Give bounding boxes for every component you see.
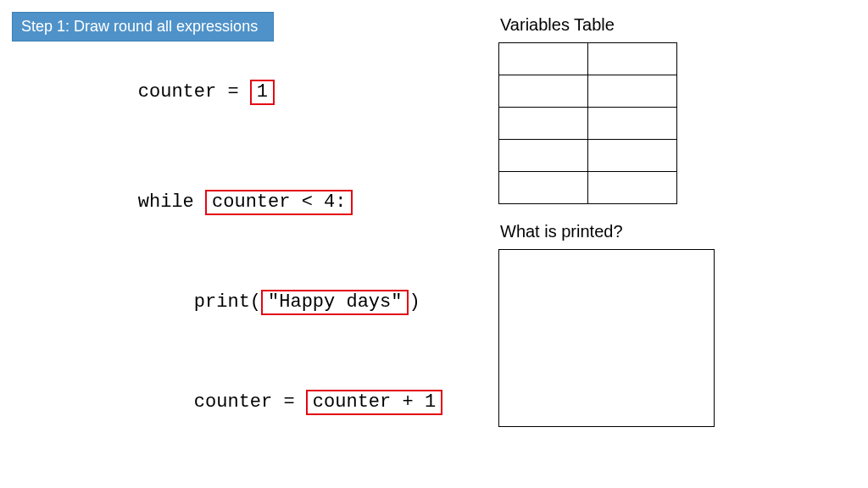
- variables-table: [498, 42, 677, 204]
- code-line-4: counter = counter + 1: [93, 371, 442, 434]
- table-cell: [588, 172, 677, 204]
- table-cell: [588, 43, 677, 75]
- code-text: print(: [138, 291, 261, 313]
- table-row: [499, 43, 677, 75]
- table-cell: [588, 140, 677, 172]
- expression-box: counter < 4:: [205, 190, 353, 215]
- variables-table-heading: Variables Table: [500, 15, 615, 35]
- code-text: counter =: [138, 391, 306, 413]
- table-cell: [499, 172, 588, 204]
- table-cell: [499, 140, 588, 172]
- table-row: [499, 140, 677, 172]
- code-block: counter = 1 while counter < 4: print("Ha…: [93, 61, 442, 488]
- table-row: [499, 108, 677, 140]
- expression-box: counter + 1: [306, 390, 442, 415]
- table-cell: [499, 108, 588, 140]
- table-cell: [499, 43, 588, 75]
- code-text: counter =: [138, 81, 250, 103]
- code-line-3: print("Happy days"): [93, 271, 442, 334]
- step-banner-text: Step 1: Draw round all expressions: [21, 18, 258, 35]
- code-text: ): [409, 291, 420, 313]
- expression-box: "Happy days": [261, 290, 409, 315]
- printed-heading: What is printed?: [500, 222, 623, 241]
- code-text: while: [138, 191, 205, 213]
- step-banner: Step 1: Draw round all expressions: [12, 12, 274, 42]
- table-row: [499, 172, 677, 204]
- code-line-2: while counter < 4:: [93, 171, 442, 234]
- output-box: [498, 249, 715, 427]
- table-cell: [499, 75, 588, 108]
- table-row: [499, 75, 677, 108]
- code-line-1: counter = 1: [93, 61, 442, 124]
- table-cell: [588, 75, 677, 108]
- code-line-5: print(“End of program”): [93, 471, 442, 488]
- expression-box: 1: [250, 80, 275, 105]
- table-cell: [588, 108, 677, 140]
